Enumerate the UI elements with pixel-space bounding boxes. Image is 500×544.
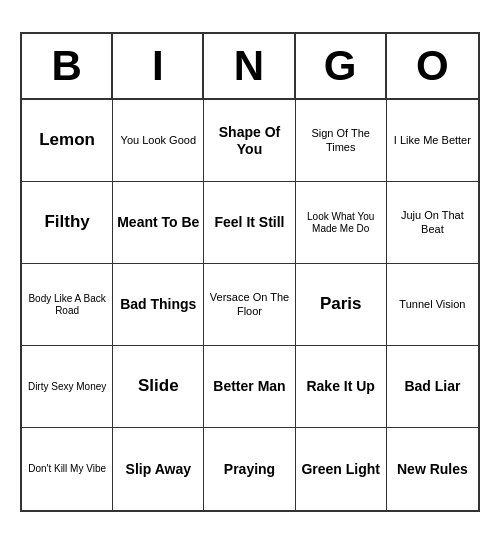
bingo-cell-6: Meant To Be [113, 182, 204, 264]
bingo-letter-o: O [387, 34, 478, 98]
bingo-cell-2: Shape Of You [204, 100, 295, 182]
cell-text-3: Sign Of The Times [300, 127, 382, 153]
cell-text-16: Slide [138, 376, 179, 396]
cell-text-8: Look What You Made Me Do [300, 211, 382, 235]
cell-text-7: Feel It Still [214, 214, 284, 231]
bingo-cell-14: Tunnel Vision [387, 264, 478, 346]
bingo-cell-21: Slip Away [113, 428, 204, 510]
cell-text-12: Versace On The Floor [208, 291, 290, 317]
cell-text-15: Dirty Sexy Money [28, 381, 106, 393]
bingo-cell-10: Body Like A Back Road [22, 264, 113, 346]
cell-text-21: Slip Away [126, 461, 191, 478]
bingo-letter-i: I [113, 34, 204, 98]
cell-text-14: Tunnel Vision [399, 298, 465, 311]
bingo-letter-g: G [296, 34, 387, 98]
bingo-cell-12: Versace On The Floor [204, 264, 295, 346]
cell-text-22: Praying [224, 461, 275, 478]
cell-text-24: New Rules [397, 461, 468, 478]
bingo-cell-22: Praying [204, 428, 295, 510]
cell-text-18: Rake It Up [306, 378, 374, 395]
bingo-grid: LemonYou Look GoodShape Of YouSign Of Th… [22, 100, 478, 510]
cell-text-0: Lemon [39, 130, 95, 150]
cell-text-10: Body Like A Back Road [26, 293, 108, 317]
bingo-cell-9: Juju On That Beat [387, 182, 478, 264]
bingo-cell-13: Paris [296, 264, 387, 346]
bingo-cell-5: Filthy [22, 182, 113, 264]
cell-text-23: Green Light [301, 461, 380, 478]
bingo-cell-15: Dirty Sexy Money [22, 346, 113, 428]
bingo-cell-4: I Like Me Better [387, 100, 478, 182]
bingo-cell-8: Look What You Made Me Do [296, 182, 387, 264]
cell-text-4: I Like Me Better [394, 134, 471, 147]
bingo-letter-n: N [204, 34, 295, 98]
bingo-card: BINGO LemonYou Look GoodShape Of YouSign… [20, 32, 480, 512]
cell-text-13: Paris [320, 294, 362, 314]
bingo-header: BINGO [22, 34, 478, 100]
bingo-letter-b: B [22, 34, 113, 98]
cell-text-2: Shape Of You [208, 124, 290, 158]
cell-text-11: Bad Things [120, 296, 196, 313]
cell-text-5: Filthy [44, 212, 89, 232]
bingo-cell-0: Lemon [22, 100, 113, 182]
cell-text-1: You Look Good [121, 134, 196, 147]
bingo-cell-18: Rake It Up [296, 346, 387, 428]
cell-text-17: Better Man [213, 378, 285, 395]
bingo-cell-23: Green Light [296, 428, 387, 510]
cell-text-6: Meant To Be [117, 214, 199, 231]
bingo-cell-1: You Look Good [113, 100, 204, 182]
bingo-cell-20: Don't Kill My Vibe [22, 428, 113, 510]
bingo-cell-19: Bad Liar [387, 346, 478, 428]
cell-text-20: Don't Kill My Vibe [28, 463, 106, 475]
bingo-cell-7: Feel It Still [204, 182, 295, 264]
bingo-cell-16: Slide [113, 346, 204, 428]
bingo-cell-24: New Rules [387, 428, 478, 510]
bingo-cell-11: Bad Things [113, 264, 204, 346]
bingo-cell-3: Sign Of The Times [296, 100, 387, 182]
bingo-cell-17: Better Man [204, 346, 295, 428]
cell-text-19: Bad Liar [404, 378, 460, 395]
cell-text-9: Juju On That Beat [391, 209, 474, 235]
